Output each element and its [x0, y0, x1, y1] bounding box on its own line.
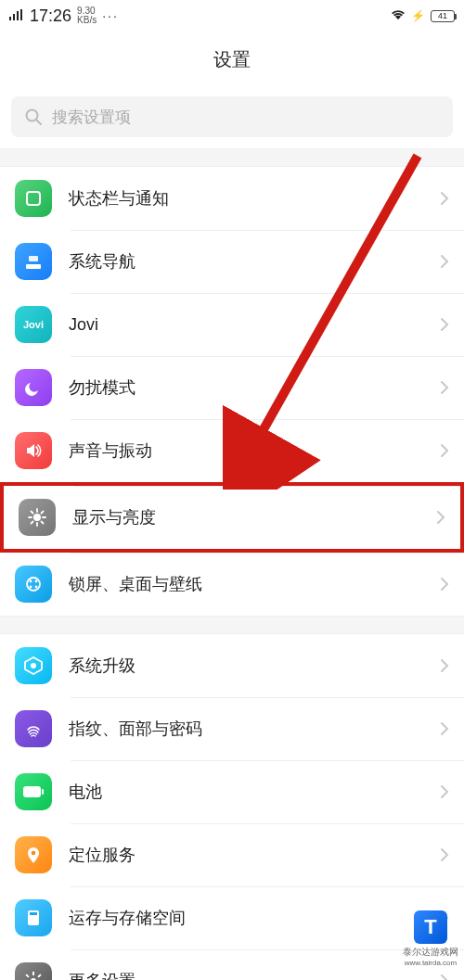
- row-label: 指纹、面部与密码: [69, 718, 423, 740]
- row-system-upgrade[interactable]: 系统升级: [0, 634, 464, 697]
- upgrade-icon: [15, 647, 52, 684]
- chevron-right-icon: [440, 380, 449, 395]
- svg-point-26: [32, 851, 36, 856]
- wifi-icon: [391, 8, 406, 23]
- chevron-right-icon: [440, 191, 449, 206]
- dnd-icon: [15, 369, 52, 406]
- svg-line-14: [32, 512, 33, 514]
- chevron-right-icon: [440, 317, 449, 332]
- chevron-right-icon: [436, 510, 445, 525]
- chevron-right-icon: [440, 443, 449, 458]
- svg-rect-3: [20, 9, 22, 20]
- watermark: T 泰尔达游戏网 www.tairda.com: [403, 910, 458, 967]
- row-label: 锁屏、桌面与壁纸: [69, 573, 423, 595]
- svg-rect-28: [30, 912, 37, 915]
- more-icon[interactable]: ···: [102, 8, 119, 23]
- svg-rect-6: [27, 192, 40, 205]
- svg-rect-25: [42, 789, 44, 795]
- row-label: 电池: [69, 781, 423, 803]
- fingerprint-icon: [15, 710, 52, 747]
- row-label: 定位服务: [69, 844, 423, 866]
- jovi-icon: Jovi: [15, 306, 52, 343]
- row-sound[interactable]: 声音与振动: [0, 419, 464, 482]
- row-dnd[interactable]: 勿扰模式: [0, 356, 464, 419]
- signal-indicator: [9, 9, 24, 22]
- watermark-text: 泰尔达游戏网: [403, 946, 458, 959]
- row-label: Jovi: [69, 315, 423, 335]
- svg-point-23: [31, 663, 36, 668]
- chevron-right-icon: [440, 974, 449, 980]
- row-label: 系统升级: [69, 655, 423, 677]
- svg-line-5: [36, 120, 41, 124]
- row-label: 状态栏与通知: [69, 187, 423, 210]
- chevron-right-icon: [440, 721, 449, 736]
- search-placeholder: 搜索设置项: [52, 107, 131, 128]
- svg-point-18: [27, 578, 40, 591]
- row-label: 声音与振动: [69, 439, 423, 462]
- storage-icon: [15, 899, 52, 936]
- charging-icon: ⚡: [411, 9, 425, 22]
- svg-point-9: [33, 514, 41, 521]
- battery-icon: [15, 773, 52, 810]
- clock: 17:26: [30, 6, 71, 26]
- chevron-right-icon: [440, 254, 449, 269]
- watermark-logo: T: [414, 910, 447, 944]
- row-fingerprint-face[interactable]: 指纹、面部与密码: [0, 697, 464, 760]
- svg-rect-0: [9, 17, 11, 20]
- row-status-notifications[interactable]: 状态栏与通知: [0, 167, 464, 230]
- svg-rect-30: [32, 972, 34, 975]
- svg-point-20: [35, 580, 38, 583]
- svg-rect-7: [26, 264, 41, 269]
- row-lockscreen-wallpaper[interactable]: 锁屏、桌面与壁纸: [0, 553, 464, 616]
- svg-point-19: [30, 580, 32, 583]
- search-input[interactable]: 搜索设置项: [11, 96, 453, 137]
- row-battery[interactable]: 电池: [0, 760, 464, 823]
- page-title: 设置: [0, 32, 464, 87]
- brightness-icon: [19, 499, 56, 536]
- svg-rect-24: [23, 786, 41, 797]
- settings-group-2: 系统升级 指纹、面部与密码 电池 定位服务 运存与存储空间 更多设置: [0, 633, 464, 980]
- row-more-settings[interactable]: 更多设置: [0, 949, 464, 980]
- svg-rect-8: [29, 256, 38, 261]
- row-label: 系统导航: [69, 250, 423, 273]
- chevron-right-icon: [440, 847, 449, 862]
- svg-rect-36: [37, 974, 41, 977]
- svg-rect-34: [25, 974, 29, 977]
- svg-line-16: [42, 512, 44, 514]
- nav-icon: [15, 243, 52, 280]
- row-jovi[interactable]: Jovi Jovi: [0, 293, 464, 356]
- status-icon: [15, 180, 52, 217]
- battery-indicator: 41: [431, 10, 455, 22]
- svg-line-15: [42, 522, 44, 524]
- svg-rect-1: [13, 14, 15, 20]
- svg-rect-2: [17, 11, 19, 20]
- settings-group-1: 状态栏与通知 系统导航 Jovi Jovi 勿扰模式 声音与振动 显示与亮度: [0, 166, 464, 617]
- wallpaper-icon: [15, 566, 52, 603]
- chevron-right-icon: [440, 784, 449, 799]
- row-storage[interactable]: 运存与存储空间: [0, 886, 464, 949]
- chevron-right-icon: [440, 577, 449, 592]
- search-wrap: 搜索设置项: [0, 87, 464, 149]
- row-system-navigation[interactable]: 系统导航: [0, 230, 464, 293]
- row-label: 运存与存储空间: [69, 907, 423, 929]
- net-speed: 9.30 KB/s: [77, 6, 97, 25]
- svg-line-17: [32, 522, 33, 524]
- row-location[interactable]: 定位服务: [0, 823, 464, 886]
- svg-point-22: [35, 586, 38, 589]
- svg-point-21: [30, 586, 32, 589]
- row-label: 更多设置: [69, 970, 423, 980]
- search-icon: [24, 108, 43, 126]
- chevron-right-icon: [440, 658, 449, 673]
- status-bar: 17:26 9.30 KB/s ··· ⚡ 41: [0, 0, 464, 32]
- sound-icon: [15, 432, 52, 469]
- location-icon: [15, 836, 52, 873]
- watermark-url: www.tairda.com: [405, 959, 457, 967]
- row-label: 显示与亮度: [72, 506, 419, 528]
- more-settings-icon: [15, 962, 52, 980]
- row-label: 勿扰模式: [69, 376, 423, 399]
- row-display-brightness[interactable]: 显示与亮度: [0, 482, 464, 553]
